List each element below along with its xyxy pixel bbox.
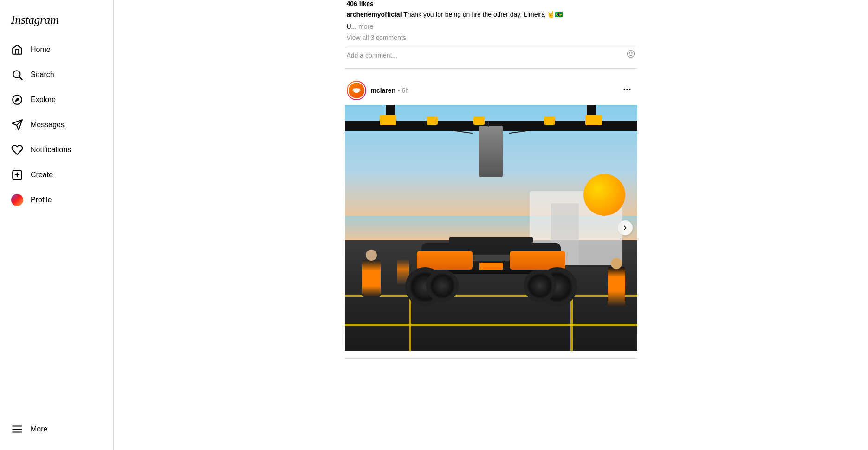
post-1: 406 likes archenemyofficial Thank you fo… [345, 0, 637, 69]
sidebar: Instagram Home Search Explore [0, 0, 114, 450]
more-link[interactable]: more [358, 23, 373, 30]
caption-username[interactable]: archenemyofficial [347, 11, 402, 18]
post-2-more-button[interactable] [619, 83, 635, 98]
add-comment [347, 45, 635, 61]
pit-lane-image [345, 105, 637, 351]
create-icon [11, 169, 23, 181]
post-2-image [345, 105, 637, 351]
svg-marker-3 [15, 97, 19, 102]
instagram-logo: Instagram [6, 6, 108, 38]
post-2-avatar [348, 82, 365, 99]
caption-u-prefix: U... [347, 23, 357, 30]
sidebar-item-home[interactable]: Home [6, 38, 108, 61]
pit-scene [345, 105, 637, 351]
sidebar-item-search[interactable]: Search [6, 63, 108, 86]
feed: 406 likes archenemyofficial Thank you fo… [345, 0, 637, 366]
likes-count: 406 likes [347, 0, 635, 7]
caption-truncated: U... more [347, 22, 635, 32]
main-content: 406 likes archenemyofficial Thank you fo… [114, 0, 868, 450]
sidebar-item-profile[interactable]: Profile [6, 188, 108, 212]
messages-icon [11, 119, 23, 131]
avatar [11, 194, 23, 206]
sidebar-item-messages[interactable]: Messages [6, 113, 108, 136]
svg-point-11 [629, 53, 630, 54]
svg-point-14 [626, 89, 628, 90]
post-2-avatar-ring [347, 81, 366, 100]
sidebar-item-create-label: Create [31, 171, 53, 179]
post-1-bottom: 406 likes archenemyofficial Thank you fo… [345, 0, 637, 61]
sidebar-item-home-label: Home [31, 45, 51, 54]
svg-point-10 [627, 51, 634, 58]
post-2-header-left: mclaren • 6h [347, 81, 409, 100]
post-2-userinfo: mclaren • 6h [371, 86, 409, 95]
profile-icon [11, 194, 23, 206]
svg-point-13 [623, 89, 625, 90]
svg-point-12 [631, 53, 632, 54]
caption: archenemyofficial Thank you for being on… [347, 10, 635, 19]
sidebar-item-notifications-label: Notifications [31, 146, 71, 154]
post-2-header: mclaren • 6h [345, 76, 637, 105]
sidebar-item-explore[interactable]: Explore [6, 88, 108, 111]
post-2-username[interactable]: mclaren [371, 87, 396, 94]
sidebar-item-messages-label: Messages [31, 121, 65, 129]
home-icon [11, 44, 23, 56]
svg-line-1 [19, 77, 22, 80]
view-comments[interactable]: View all 3 comments [347, 34, 635, 41]
sidebar-item-more[interactable]: More [6, 418, 108, 441]
emoji-button[interactable] [626, 49, 635, 61]
sidebar-item-search-label: Search [31, 71, 54, 79]
sidebar-item-notifications[interactable]: Notifications [6, 138, 108, 161]
search-icon [11, 69, 23, 81]
explore-icon [11, 94, 23, 106]
svg-point-15 [629, 89, 630, 90]
comment-input[interactable] [347, 51, 607, 59]
caption-text: Thank you for being on fire the other da… [403, 11, 563, 18]
more-icon [11, 423, 23, 435]
sidebar-item-create[interactable]: Create [6, 163, 108, 186]
sidebar-item-profile-label: Profile [31, 196, 52, 204]
sidebar-item-more-label: More [31, 425, 47, 433]
sidebar-item-explore-label: Explore [31, 96, 56, 104]
post-2-time: • 6h [398, 87, 409, 94]
notifications-icon [11, 144, 23, 156]
post-2: mclaren • 6h [345, 76, 637, 359]
